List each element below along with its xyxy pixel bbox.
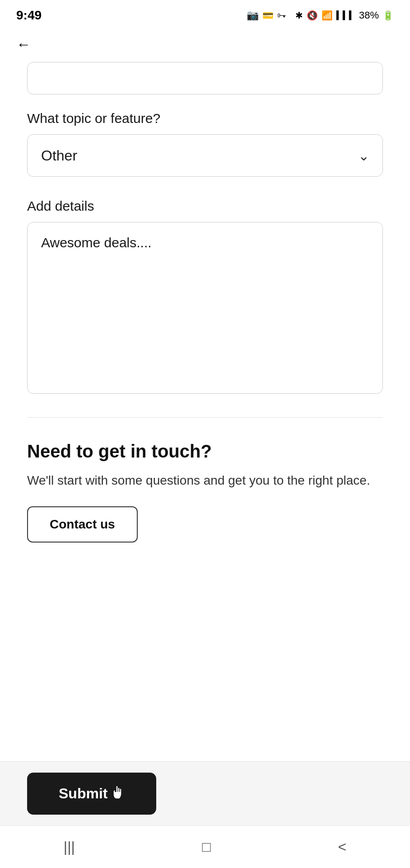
battery-icon: 🔋 bbox=[382, 10, 394, 21]
topic-section: What topic or feature? Other Deals Payme… bbox=[27, 111, 383, 177]
battery-text: 38% bbox=[359, 9, 379, 21]
recent-apps-icon[interactable]: ||| bbox=[64, 839, 75, 855]
submit-button[interactable]: Submit bbox=[27, 773, 156, 815]
contact-section: Need to get in touch? We'll start with s… bbox=[27, 431, 383, 561]
contact-title: Need to get in touch? bbox=[27, 440, 383, 462]
card-icon: 💳 bbox=[262, 10, 274, 21]
home-icon[interactable]: □ bbox=[202, 839, 210, 855]
header: ← bbox=[0, 27, 410, 62]
top-input-box[interactable] bbox=[27, 62, 383, 94]
bottom-bar: Submit bbox=[0, 761, 410, 826]
cursor-icon bbox=[112, 786, 125, 802]
mute-icon: 🔇 bbox=[307, 10, 318, 21]
camera-icon: 📷 bbox=[247, 9, 259, 21]
key-icon: 🗝 bbox=[277, 10, 286, 21]
submit-label: Submit bbox=[59, 785, 107, 802]
details-textarea[interactable]: Awesome deals.... bbox=[27, 222, 383, 394]
signal-icon: ▍▍▍ bbox=[336, 10, 355, 20]
nav-bar: ||| □ < bbox=[0, 826, 410, 868]
back-button[interactable]: ← bbox=[16, 36, 31, 53]
status-time: 9:49 bbox=[16, 8, 42, 23]
contact-subtitle: We'll start with some questions and get … bbox=[27, 471, 383, 490]
contact-us-button[interactable]: Contact us bbox=[27, 506, 138, 542]
status-icons: 📷 💳 🗝 ✱ 🔇 📶 ▍▍▍ 38% 🔋 bbox=[247, 9, 394, 21]
topic-label: What topic or feature? bbox=[27, 111, 383, 126]
main-content: What topic or feature? Other Deals Payme… bbox=[0, 62, 410, 761]
section-divider bbox=[27, 417, 383, 418]
details-label: Add details bbox=[27, 198, 383, 214]
bluetooth-icon: ✱ bbox=[295, 10, 303, 21]
wifi-icon: 📶 bbox=[321, 10, 333, 21]
details-section: Add details Awesome deals.... bbox=[27, 198, 383, 396]
topic-dropdown-container[interactable]: Other Deals Payments Account Technical ⌄ bbox=[27, 134, 383, 177]
topic-dropdown[interactable]: Other Deals Payments Account Technical bbox=[27, 134, 383, 177]
back-nav-icon[interactable]: < bbox=[338, 839, 346, 855]
status-bar: 9:49 📷 💳 🗝 ✱ 🔇 📶 ▍▍▍ 38% 🔋 bbox=[0, 0, 410, 27]
